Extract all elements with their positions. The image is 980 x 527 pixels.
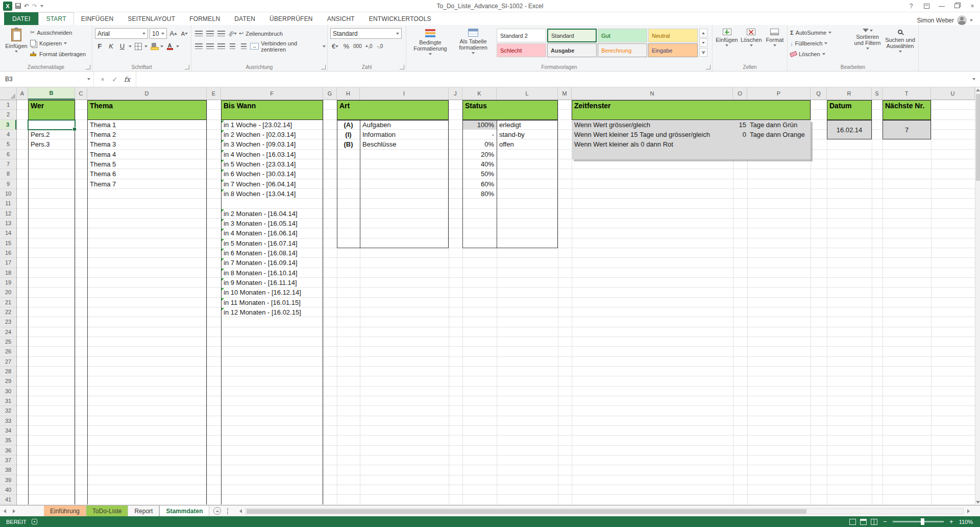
art-row[interactable]: (I) Information: [337, 130, 449, 139]
select-all-corner[interactable]: [0, 87, 17, 100]
row-header[interactable]: 2: [0, 110, 16, 119]
font-color-chevron-icon[interactable]: [176, 45, 179, 47]
underline-button[interactable]: U: [117, 41, 127, 52]
row-header[interactable]: 39: [0, 475, 16, 485]
cell-biswann[interactable]: in 2 Monaten - [16.04.14]: [221, 209, 323, 219]
save-icon[interactable]: [15, 3, 21, 9]
worksheet[interactable]: 1234567891011121314151617181920212223242…: [0, 100, 975, 505]
sheet-nav-left-icon[interactable]: [0, 506, 9, 516]
header-thema[interactable]: Thema: [87, 100, 207, 120]
row-header[interactable]: 12: [0, 209, 16, 219]
cell-status-pct[interactable]: 50%: [462, 169, 497, 179]
vertical-scrollbar-thumb[interactable]: [976, 94, 980, 181]
row-header[interactable]: 35: [0, 436, 16, 445]
zoom-out-button[interactable]: −: [881, 518, 889, 525]
col-header-g[interactable]: G: [323, 87, 337, 100]
row-header[interactable]: 15: [0, 238, 16, 248]
cell-wer[interactable]: Pers.2: [28, 130, 75, 139]
row-header[interactable]: 17: [0, 258, 16, 268]
cell-status-pct[interactable]: -: [462, 130, 497, 139]
cell-biswann[interactable]: in 11 Monaten - [16.01.15]: [221, 298, 323, 307]
row-header[interactable]: 21: [0, 298, 16, 307]
cell-thema[interactable]: Thema 1: [87, 120, 207, 130]
row-header[interactable]: 6: [0, 150, 16, 159]
row-header[interactable]: 34: [0, 426, 16, 436]
col-header-q[interactable]: Q: [811, 87, 827, 100]
page-layout-view-icon[interactable]: [860, 519, 867, 525]
zeitfenster-row[interactable]: Wenn Wert kleiner 15 Tage und grösser/gl…: [572, 130, 811, 139]
fill-color-chevron-icon[interactable]: [160, 45, 163, 47]
cell-zeitfenster-suffix[interactable]: Tage dann Orange: [747, 130, 811, 139]
sheet-tab-todo-liste[interactable]: ToDo-Liste: [86, 506, 128, 516]
style-schlecht[interactable]: Schlecht: [497, 43, 546, 57]
cell-biswann[interactable]: in 6 Monaten - [16.08.14]: [221, 248, 323, 258]
bold-button[interactable]: F: [95, 41, 105, 52]
row-header[interactable]: 40: [0, 485, 16, 495]
sort-filter-button[interactable]: Sortieren und Filtern: [851, 27, 884, 63]
ribbon-options-icon[interactable]: [919, 0, 934, 12]
formula-enter-icon[interactable]: ✓: [109, 74, 120, 85]
ausrichtung-dialog-launcher-icon[interactable]: [321, 65, 326, 69]
percent-style-button[interactable]: %: [341, 41, 351, 52]
style-gut[interactable]: Gut: [598, 29, 647, 42]
header-naechste-nr[interactable]: Nächste Nr.: [883, 100, 931, 120]
cell-biswann[interactable]: in 8 Wochen - [13.04.14]: [221, 189, 323, 199]
zoom-level[interactable]: 110%: [959, 519, 973, 525]
hscroll-left-icon[interactable]: [236, 509, 245, 513]
header-art[interactable]: Art: [337, 100, 449, 120]
row-header[interactable]: 28: [0, 367, 16, 376]
conditional-formatting-button[interactable]: Bedingte Formatierung: [409, 27, 452, 63]
cell-biswann[interactable]: in 7 Monaten - [16.09.14]: [221, 258, 323, 268]
col-header-e[interactable]: E: [207, 87, 221, 100]
tab-daten[interactable]: DATEN: [227, 12, 262, 25]
cell-biswann[interactable]: in 4 Monaten - [16.06.14]: [221, 228, 323, 238]
merge-center-button[interactable]: ↔Verbinden und zentrieren: [250, 41, 326, 52]
tab-ueberpruefen[interactable]: ÜBERPRÜFEN: [262, 12, 320, 25]
col-header-k[interactable]: K: [462, 87, 497, 100]
underline-chevron-icon[interactable]: [129, 45, 132, 47]
borders-chevron-icon[interactable]: [144, 45, 148, 47]
scroll-up-icon[interactable]: [976, 89, 980, 91]
row-header[interactable]: 32: [0, 406, 16, 416]
minimize-icon[interactable]: —: [934, 0, 949, 12]
cell-thema[interactable]: Thema 7: [87, 179, 207, 189]
row-header[interactable]: 18: [0, 268, 16, 278]
cell-biswann[interactable]: in 5 Wochen - [23.03.14]: [221, 159, 323, 169]
cut-button[interactable]: ✂Ausschneiden: [30, 27, 86, 38]
cell-biswann[interactable]: in 7 Wochen - [06.04.14]: [221, 179, 323, 189]
row-header[interactable]: 7: [0, 159, 16, 169]
style-eingabe[interactable]: Eingabe: [648, 43, 698, 57]
cell-zeitfenster-value[interactable]: [733, 139, 747, 149]
cell-thema[interactable]: Thema 6: [87, 169, 207, 179]
fill-color-button[interactable]: [149, 41, 159, 52]
comma-style-button[interactable]: 000: [353, 41, 362, 52]
header-biswann[interactable]: Bis Wann: [221, 100, 323, 120]
zwischenablage-dialog-launcher-icon[interactable]: [86, 65, 90, 69]
insert-function-icon[interactable]: fx: [121, 74, 133, 85]
excel-logo-icon[interactable]: X: [3, 2, 12, 11]
row-header[interactable]: 23: [0, 317, 16, 327]
number-format-select[interactable]: Standard: [330, 28, 402, 39]
cell-art-code[interactable]: (B): [337, 139, 360, 149]
cell-art-label[interactable]: Beschlüsse: [360, 139, 396, 149]
autosum-button[interactable]: ΣAutoSumme: [790, 27, 851, 38]
col-header-p[interactable]: P: [747, 87, 811, 100]
cell-zeitfenster-suffix[interactable]: [747, 139, 811, 149]
col-header-c[interactable]: C: [75, 87, 87, 100]
hscroll-right-icon[interactable]: [964, 509, 973, 513]
row-header[interactable]: 1: [0, 100, 16, 110]
sheet-tab-report[interactable]: Report: [128, 506, 159, 516]
cell-status-pct[interactable]: 80%: [462, 189, 497, 199]
decrease-decimal-button[interactable]: -,0: [375, 41, 385, 52]
row-header[interactable]: 31: [0, 396, 16, 406]
cell-status-pct[interactable]: 0%: [462, 139, 497, 149]
col-header-f[interactable]: F: [221, 87, 323, 100]
row-header[interactable]: 37: [0, 456, 16, 465]
zoom-in-button[interactable]: +: [948, 518, 955, 525]
cell-status-pct[interactable]: 60%: [462, 179, 497, 189]
row-header[interactable]: 8: [0, 169, 16, 179]
row-header[interactable]: 20: [0, 288, 16, 297]
tab-scrollbar-splitter[interactable]: [227, 508, 230, 514]
cell-biswann[interactable]: in 2 Wochen - [02.03.14]: [221, 130, 323, 139]
sheet-tab-einfuehrung[interactable]: Einführung: [44, 506, 86, 516]
